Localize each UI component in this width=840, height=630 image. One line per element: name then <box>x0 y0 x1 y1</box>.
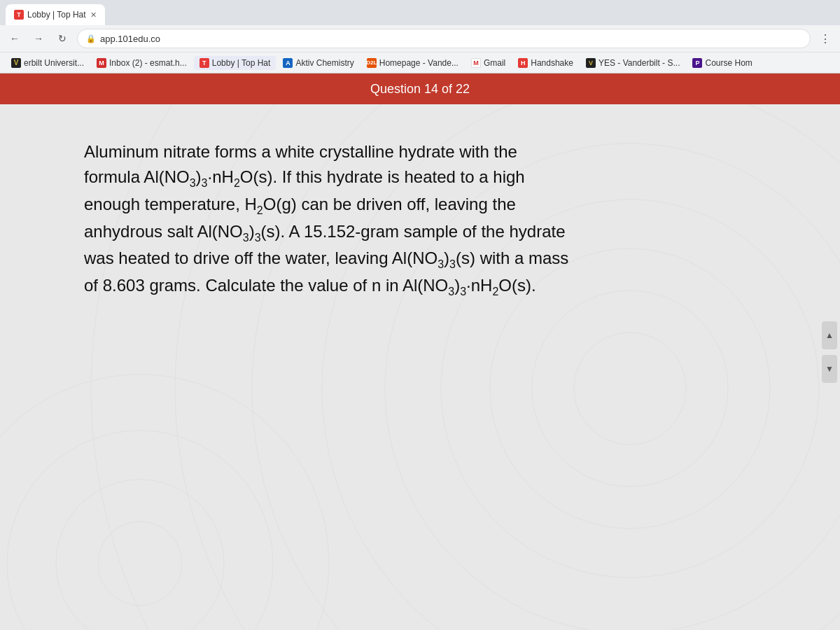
refresh-button[interactable]: ↻ <box>53 29 71 48</box>
question-area: Aluminum nitrate forms a white crystalli… <box>0 104 630 328</box>
bookmark-aktiv[interactable]: A Aktiv Chemistry <box>277 56 359 70</box>
scroll-down-button[interactable]: ▼ <box>822 355 837 383</box>
bookmark-label-gmail: Gmail <box>484 58 505 68</box>
bookmark-gmail[interactable]: M Gmail <box>465 56 511 70</box>
bookmark-favicon-inbox: M <box>97 58 106 68</box>
bookmark-favicon-gmail: M <box>471 58 481 68</box>
scroll-up-button[interactable]: ▲ <box>822 321 837 349</box>
bookmark-label-course: Course Hom <box>705 58 752 68</box>
extensions-button[interactable]: ⋮ <box>816 29 834 48</box>
question-header: Question 14 of 22 <box>0 74 840 104</box>
bookmark-favicon-course: P <box>692 58 702 68</box>
bookmark-handshake[interactable]: H Handshake <box>512 56 579 70</box>
address-bar-row: ← → ↻ 🔒 app.101edu.co ⋮ <box>0 25 840 52</box>
svg-point-10 <box>56 479 224 630</box>
question-text: Aluminum nitrate forms a white crystalli… <box>84 139 574 300</box>
bookmarks-bar: V erbilt Universit... M Inbox (2) - esma… <box>0 52 840 73</box>
tab-bar: T Lobby | Top Hat ✕ <box>0 0 840 25</box>
right-scroll-area: ▲ ▼ <box>819 316 840 388</box>
svg-point-9 <box>98 522 182 606</box>
back-button[interactable]: ← <box>6 29 24 48</box>
svg-point-0 <box>574 332 686 444</box>
bookmark-d2l[interactable]: D2L Homepage - Vande... <box>361 56 464 70</box>
bookmark-label-aktiv: Aktiv Chemistry <box>295 58 354 68</box>
url-text: app.101edu.co <box>100 34 160 44</box>
bookmark-inbox[interactable]: M Inbox (2) - esmat.h... <box>91 56 192 70</box>
tab-close-button[interactable]: ✕ <box>90 10 97 20</box>
svg-point-11 <box>7 430 273 630</box>
page-content: .wave { fill: none; stroke: #aaa; stroke… <box>0 74 840 630</box>
bookmark-favicon-handshake: H <box>518 58 528 68</box>
svg-point-12 <box>0 374 329 630</box>
bookmark-label-inbox: Inbox (2) - esmat.h... <box>109 58 187 68</box>
tab-label: Lobby | Top Hat <box>27 10 86 20</box>
question-counter: Question 14 of 22 <box>370 82 470 97</box>
bookmark-favicon-d2l: D2L <box>367 58 377 68</box>
bookmark-vanderbilt[interactable]: V erbilt Universit... <box>6 56 90 70</box>
bookmark-favicon-aktiv: A <box>283 58 293 68</box>
bookmark-favicon-lobby: T <box>200 58 209 68</box>
bookmark-label-handshake: Handshake <box>531 58 573 68</box>
bookmark-lobby[interactable]: T Lobby | Top Hat <box>194 56 276 70</box>
bookmark-label-yes: YES - Vanderbilt - S... <box>598 58 680 68</box>
browser-chrome: T Lobby | Top Hat ✕ ← → ↻ 🔒 app.101edu.c… <box>0 0 840 74</box>
tab-favicon: T <box>14 10 24 20</box>
bookmark-favicon-yes: V <box>586 58 596 68</box>
bookmark-label-d2l: Homepage - Vande... <box>379 58 458 68</box>
bookmark-favicon-vanderbilt: V <box>11 58 21 68</box>
forward-button[interactable]: → <box>29 29 48 48</box>
lock-icon: 🔒 <box>86 34 96 43</box>
bookmark-label-lobby: Lobby | Top Hat <box>212 58 271 68</box>
bookmark-yes[interactable]: V YES - Vanderbilt - S... <box>580 56 686 70</box>
bookmark-course[interactable]: P Course Hom <box>687 56 757 70</box>
active-tab[interactable]: T Lobby | Top Hat ✕ <box>6 4 105 25</box>
address-bar[interactable]: 🔒 app.101edu.co <box>77 29 811 48</box>
bookmark-label-vanderbilt: erbilt Universit... <box>24 58 84 68</box>
